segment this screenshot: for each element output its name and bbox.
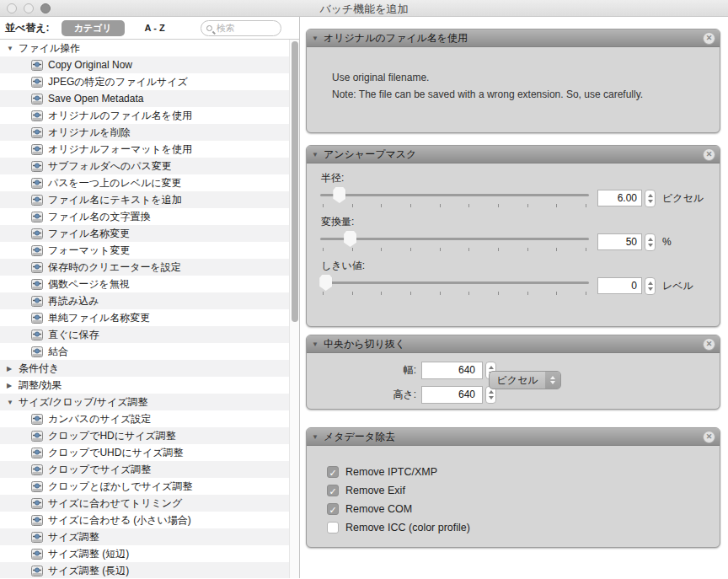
sidebar-action-item[interactable]: Copy Original Now (0, 56, 289, 73)
sidebar-action-item[interactable]: ファイル名にテキストを追加 (0, 191, 289, 208)
disclosure-triangle-icon[interactable]: ▼ (7, 399, 19, 406)
row-label: クロップでHDにサイズ調整 (48, 429, 176, 443)
scrollbar-thumb[interactable] (292, 41, 298, 322)
sidebar-action-item[interactable]: オリジナルを削除 (0, 124, 289, 141)
threshold-value-input[interactable] (597, 277, 642, 294)
close-icon[interactable]: ✕ (703, 148, 715, 161)
slider-thumb[interactable] (344, 231, 356, 247)
action-icon (31, 127, 43, 138)
panel-header[interactable]: ▼ オリジナルのファイル名を使用 ✕ (307, 29, 720, 47)
amount-unit-label: % (662, 236, 706, 248)
sidebar-action-item[interactable]: ファイル名の文字置換 (0, 208, 289, 225)
slider-thumb[interactable] (319, 275, 332, 291)
sidebar-action-item[interactable]: サイズ調整 (長辺) (0, 562, 289, 578)
radius-value-input[interactable] (597, 190, 642, 206)
search-input[interactable] (217, 23, 267, 33)
threshold-stepper[interactable] (645, 277, 656, 295)
sidebar-action-item[interactable]: オリジナルのファイル名を使用 (0, 107, 289, 124)
close-icon[interactable]: ✕ (703, 431, 715, 443)
row-label: サイズ/クロップ/サイズ調整 (19, 395, 147, 410)
disclosure-triangle-icon[interactable]: ▶ (7, 382, 19, 389)
search-icon (206, 25, 212, 31)
segment-a-z[interactable]: A - Z (145, 23, 165, 33)
sidebar-action-item[interactable]: フォーマット変更 (0, 242, 289, 259)
disclosure-triangle-icon[interactable]: ▼ (7, 45, 19, 52)
sidebar-group-header[interactable]: ▼サイズ/クロップ/サイズ調整 (0, 394, 289, 410)
panel-title: オリジナルのファイル名を使用 (324, 31, 468, 46)
action-icon (31, 228, 43, 239)
sidebar-action-item[interactable]: サイズに合わせてトリミング (0, 495, 289, 512)
width-input[interactable] (421, 362, 483, 379)
amount-value-input[interactable] (597, 233, 642, 250)
sidebar-action-item[interactable]: クロップでサイズ調整 (0, 461, 289, 478)
sidebar-action-item[interactable]: サイズ調整 (0, 528, 289, 545)
action-icon (31, 94, 43, 105)
slider-thumb[interactable] (333, 187, 345, 203)
sidebar-action-item[interactable]: パスを一つ上のレベルに変更 (0, 174, 289, 191)
action-icon (31, 195, 43, 206)
sidebar-action-item[interactable]: JPEGの特定のファイルサイズ (0, 73, 289, 90)
sidebar-group-header[interactable]: ▶調整/効果 (0, 377, 289, 394)
sidebar-scrollbar[interactable] (289, 40, 299, 578)
sidebar-group-header[interactable]: ▶条件付き (0, 360, 289, 377)
panel-header[interactable]: ▼ 中央から切り抜く ✕ (307, 335, 720, 353)
disclosure-triangle-icon[interactable]: ▼ (312, 35, 324, 42)
sidebar-action-item[interactable]: サイズ調整 (短辺) (0, 545, 289, 562)
action-icon (31, 481, 43, 492)
sidebar-action-item[interactable]: 保存時のクリエーターを設定 (0, 259, 289, 276)
sidebar-action-item[interactable]: Save Open Metadata (0, 90, 289, 107)
sidebar-action-item[interactable]: クロップでHDにサイズ調整 (0, 427, 289, 444)
sidebar-action-item[interactable]: クロップとぼかしでサイズ調整 (0, 478, 289, 495)
row-label: ファイル名の文字置換 (48, 210, 150, 224)
checkbox-remove-iptc-xmp[interactable] (327, 466, 339, 478)
checkbox-remove-icc[interactable] (327, 522, 339, 533)
checkbox-remove-com[interactable] (327, 503, 339, 515)
action-icon (31, 161, 43, 172)
sidebar-action-item[interactable]: カンバスのサイズ設定 (0, 410, 289, 427)
sidebar-action-item[interactable]: サブフォルダへのパス変更 (0, 158, 289, 174)
panel-header[interactable]: ▼ メタデータ除去 ✕ (307, 428, 720, 446)
sidebar-action-item[interactable]: 単純ファイル名称変更 (0, 309, 289, 326)
amount-stepper[interactable] (645, 233, 656, 251)
sidebar-action-item[interactable]: 再読み込み (0, 292, 289, 309)
action-icon (31, 279, 43, 290)
radius-unit-label: ピクセル (662, 191, 706, 206)
checkbox-row: Remove Exif (327, 481, 720, 500)
sidebar-action-item[interactable]: ファイル名称変更 (0, 225, 289, 242)
panel-title: アンシャープマスク (324, 147, 416, 162)
title-bar: バッチ機能を追加 (0, 0, 728, 17)
threshold-slider[interactable] (320, 273, 589, 298)
row-label: オリジナルのファイル名を使用 (48, 109, 192, 123)
amount-slider[interactable] (320, 229, 589, 255)
sidebar-action-item[interactable]: クロップでUHDにサイズ調整 (0, 444, 289, 461)
row-label: フォーマット変更 (48, 244, 130, 258)
panel-header[interactable]: ▼ アンシャープマスク ✕ (307, 146, 720, 164)
sidebar-action-item[interactable]: オリジナルフォーマットを使用 (0, 141, 289, 158)
sidebar-action-item[interactable]: 偶数ページを無視 (0, 276, 289, 292)
segment-category[interactable]: カテゴリ (62, 20, 125, 36)
row-label: オリジナルフォーマットを使用 (48, 142, 192, 157)
sidebar-action-item[interactable]: 結合 (0, 343, 289, 360)
panel-title: 中央から切り抜く (324, 337, 405, 351)
action-icon (31, 448, 43, 458)
disclosure-triangle-icon[interactable]: ▼ (312, 433, 324, 441)
disclosure-triangle-icon[interactable]: ▼ (312, 340, 324, 348)
close-icon[interactable]: ✕ (703, 32, 715, 45)
height-input[interactable] (421, 386, 483, 404)
close-icon[interactable]: ✕ (703, 338, 715, 351)
row-label: 偶数ページを無視 (48, 277, 130, 292)
disclosure-triangle-icon[interactable]: ▶ (7, 365, 19, 373)
radius-stepper[interactable] (645, 190, 656, 207)
action-list: ▼ファイル操作Copy Original NowJPEGの特定のファイルサイズS… (0, 40, 299, 578)
disclosure-triangle-icon[interactable]: ▼ (312, 151, 324, 158)
sidebar-action-item[interactable]: サイズに合わせる (小さい場合) (0, 512, 289, 528)
row-label: 条件付き (19, 362, 59, 376)
unit-popup-button[interactable]: ピクセル (489, 371, 561, 389)
sidebar-action-item[interactable]: 直ぐに保存 (0, 326, 289, 343)
sidebar-group-header[interactable]: ▼ファイル操作 (0, 40, 289, 56)
threshold-unit-label: レベル (662, 279, 706, 293)
radius-slider[interactable] (320, 185, 589, 211)
checkbox-row: Remove IPTC/XMP (327, 463, 720, 481)
checkbox-remove-exif[interactable] (327, 485, 339, 496)
search-field[interactable] (201, 20, 281, 36)
